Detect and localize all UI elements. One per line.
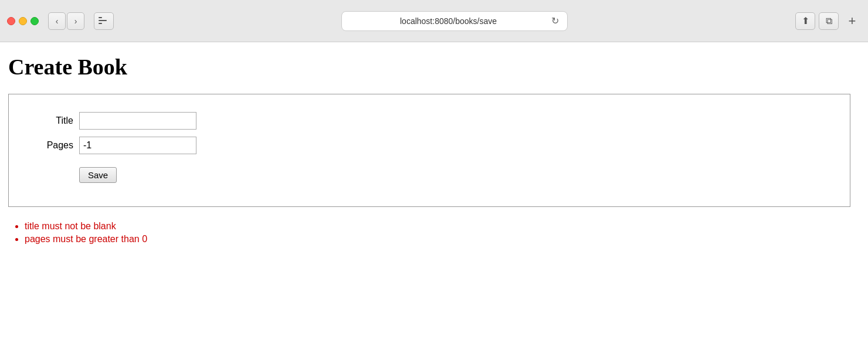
traffic-lights <box>7 17 39 25</box>
share-icon: ⬆ <box>802 15 809 26</box>
forward-icon: › <box>74 16 77 26</box>
title-row: Title <box>26 112 832 130</box>
reload-icon: ↻ <box>551 16 559 26</box>
title-label: Title <box>26 116 73 126</box>
minimize-button[interactable] <box>19 17 27 25</box>
browser-chrome: ‹ › ↻ ⬆ ⧉ + <box>0 0 868 42</box>
sidebar-icon <box>99 17 109 25</box>
title-input[interactable] <box>79 112 196 130</box>
duplicate-button[interactable]: ⧉ <box>819 12 839 30</box>
reload-button[interactable]: ↻ <box>549 15 561 26</box>
page-content: Create Book Title Pages Save title must … <box>0 42 868 259</box>
pages-input[interactable] <box>79 137 196 154</box>
address-bar[interactable] <box>348 16 549 26</box>
address-bar-container: ↻ <box>341 11 568 31</box>
errors-list: title must not be blank pages must be gr… <box>8 221 856 244</box>
forward-button[interactable]: › <box>67 12 84 30</box>
sidebar-toggle-button[interactable] <box>94 12 114 30</box>
nav-buttons: ‹ › <box>48 12 84 30</box>
pages-label: Pages <box>26 140 73 151</box>
browser-actions: ⬆ ⧉ <box>795 12 839 30</box>
back-button[interactable]: ‹ <box>48 12 66 30</box>
share-button[interactable]: ⬆ <box>795 12 815 30</box>
back-icon: ‹ <box>56 16 59 26</box>
duplicate-icon: ⧉ <box>826 16 832 26</box>
maximize-button[interactable] <box>30 17 39 25</box>
pages-row: Pages <box>26 137 832 154</box>
error-pages: pages must be greater than 0 <box>25 234 856 244</box>
save-button[interactable]: Save <box>79 167 117 183</box>
form-container: Title Pages Save <box>8 94 850 207</box>
page-title: Create Book <box>8 54 856 80</box>
error-title: title must not be blank <box>25 221 856 232</box>
close-button[interactable] <box>7 17 15 25</box>
plus-icon: + <box>849 13 856 29</box>
new-tab-button[interactable]: + <box>843 12 861 30</box>
